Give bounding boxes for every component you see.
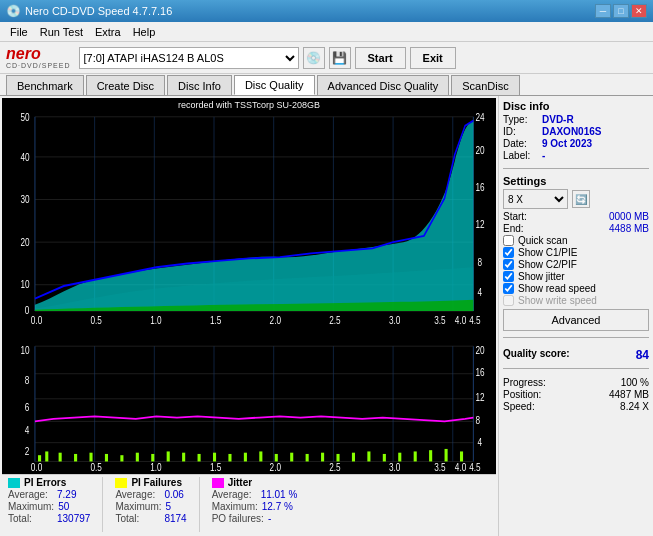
show-c1-pie-checkbox[interactable] bbox=[503, 247, 514, 258]
jitter-header: Jitter bbox=[212, 477, 298, 488]
svg-text:30: 30 bbox=[21, 195, 30, 206]
save-button[interactable]: 💾 bbox=[329, 47, 351, 69]
pi-errors-max-value: 50 bbox=[58, 501, 69, 512]
drive-select[interactable]: [7:0] ATAPI iHAS124 B AL0S bbox=[79, 47, 299, 69]
po-failures-label: PO failures: bbox=[212, 513, 264, 524]
pi-failures-max-label: Maximum: bbox=[115, 501, 161, 512]
pi-failures-avg-label: Average: bbox=[115, 489, 160, 500]
pi-errors-total-row: Total: 130797 bbox=[8, 513, 90, 524]
main-content: recorded with TSSTcorp SU-208GB 50 40 30… bbox=[0, 96, 653, 536]
pi-failures-avg-row: Average: 0.06 bbox=[115, 489, 186, 500]
tab-scandisc[interactable]: ScanDisc bbox=[451, 75, 519, 95]
svg-text:4: 4 bbox=[25, 425, 30, 436]
svg-rect-81 bbox=[321, 453, 324, 462]
start-button[interactable]: Start bbox=[355, 47, 406, 69]
tab-advanced-disc-quality[interactable]: Advanced Disc Quality bbox=[317, 75, 450, 95]
po-failures-row: PO failures: - bbox=[212, 513, 298, 524]
show-write-speed-row[interactable]: Show write speed bbox=[503, 295, 649, 306]
advanced-button[interactable]: Advanced bbox=[503, 309, 649, 331]
pi-failures-label: PI Failures bbox=[131, 477, 182, 488]
refresh-speed-button[interactable]: 🔄 bbox=[572, 190, 590, 208]
show-read-speed-label: Show read speed bbox=[518, 283, 596, 294]
quick-scan-checkbox[interactable] bbox=[503, 235, 514, 246]
svg-text:4.0: 4.0 bbox=[455, 463, 466, 474]
menu-file[interactable]: File bbox=[4, 24, 34, 40]
svg-rect-68 bbox=[120, 455, 123, 461]
speed-setting-row: 8 X 🔄 bbox=[503, 189, 649, 209]
menu-help[interactable]: Help bbox=[127, 24, 162, 40]
svg-text:8: 8 bbox=[25, 375, 30, 386]
jitter-max-label: Maximum: bbox=[212, 501, 258, 512]
show-jitter-row[interactable]: Show jitter bbox=[503, 271, 649, 282]
svg-text:4.5: 4.5 bbox=[469, 463, 480, 474]
pi-failures-max-value: 5 bbox=[166, 501, 172, 512]
speed-select[interactable]: 8 X bbox=[503, 189, 568, 209]
svg-rect-83 bbox=[352, 453, 355, 462]
minimize-button[interactable]: ─ bbox=[595, 4, 611, 18]
pi-errors-total-label: Total: bbox=[8, 513, 53, 524]
separator1 bbox=[503, 168, 649, 169]
pi-failures-total-value: 8174 bbox=[164, 513, 186, 524]
quality-score-value: 84 bbox=[636, 348, 649, 362]
svg-text:1.0: 1.0 bbox=[150, 315, 161, 326]
chart-container: recorded with TSSTcorp SU-208GB 50 40 30… bbox=[2, 98, 496, 474]
svg-text:2.0: 2.0 bbox=[270, 315, 281, 326]
disc-info-title: Disc info bbox=[503, 100, 649, 112]
show-read-speed-row[interactable]: Show read speed bbox=[503, 283, 649, 294]
maximize-button[interactable]: □ bbox=[613, 4, 629, 18]
svg-text:20: 20 bbox=[475, 345, 484, 356]
svg-text:2.5: 2.5 bbox=[329, 463, 340, 474]
disc-info-section: Disc info Type: DVD-R ID: DAXON016S Date… bbox=[503, 100, 649, 162]
separator3 bbox=[503, 368, 649, 369]
disc-type-value: DVD-R bbox=[542, 114, 574, 125]
pi-errors-avg-row: Average: 7.29 bbox=[8, 489, 90, 500]
svg-rect-69 bbox=[136, 453, 139, 462]
svg-text:0.5: 0.5 bbox=[91, 463, 102, 474]
show-write-speed-checkbox[interactable] bbox=[503, 295, 514, 306]
svg-text:3.5: 3.5 bbox=[434, 315, 445, 326]
quick-scan-row[interactable]: Quick scan bbox=[503, 235, 649, 246]
show-c2-pif-checkbox[interactable] bbox=[503, 259, 514, 270]
svg-text:6: 6 bbox=[25, 403, 30, 414]
svg-text:3.5: 3.5 bbox=[434, 463, 445, 474]
exit-button[interactable]: Exit bbox=[410, 47, 456, 69]
app-title: Nero CD-DVD Speed 4.7.7.16 bbox=[25, 5, 172, 17]
svg-text:10: 10 bbox=[21, 280, 30, 291]
recorded-label: recorded with TSSTcorp SU-208GB bbox=[178, 100, 320, 110]
divider2 bbox=[199, 477, 200, 532]
svg-rect-66 bbox=[89, 453, 92, 462]
jitter-stats: Jitter Average: 11.01 % Maximum: 12.7 % … bbox=[212, 477, 298, 532]
stats-bar: PI Errors Average: 7.29 Maximum: 50 Tota… bbox=[2, 474, 496, 534]
svg-text:0.5: 0.5 bbox=[91, 315, 102, 326]
app-icon: 💿 bbox=[6, 4, 21, 18]
progress-section: Progress: 100 % Position: 4487 MB Speed:… bbox=[503, 377, 649, 413]
svg-text:0.0: 0.0 bbox=[31, 463, 42, 474]
show-c1-pie-row[interactable]: Show C1/PIE bbox=[503, 247, 649, 258]
pi-failures-stats: PI Failures Average: 0.06 Maximum: 5 Tot… bbox=[115, 477, 186, 532]
drive-icon-button[interactable]: 💿 bbox=[303, 47, 325, 69]
show-read-speed-checkbox[interactable] bbox=[503, 283, 514, 294]
svg-text:4.0: 4.0 bbox=[455, 315, 466, 326]
po-failures-value: - bbox=[268, 513, 271, 524]
tab-create-disc[interactable]: Create Disc bbox=[86, 75, 165, 95]
start-mb-row: Start: 0000 MB bbox=[503, 211, 649, 222]
tab-benchmark[interactable]: Benchmark bbox=[6, 75, 84, 95]
disc-date-label: Date: bbox=[503, 138, 538, 149]
svg-text:2: 2 bbox=[25, 446, 30, 457]
disc-label-label: Label: bbox=[503, 150, 538, 161]
tab-disc-quality[interactable]: Disc Quality bbox=[234, 75, 315, 95]
show-c2-pif-row[interactable]: Show C2/PIF bbox=[503, 259, 649, 270]
show-jitter-checkbox[interactable] bbox=[503, 271, 514, 282]
svg-text:1.0: 1.0 bbox=[150, 463, 161, 474]
svg-rect-78 bbox=[275, 454, 278, 462]
svg-rect-75 bbox=[228, 454, 231, 462]
right-panel: Disc info Type: DVD-R ID: DAXON016S Date… bbox=[498, 96, 653, 536]
jitter-avg-label: Average: bbox=[212, 489, 257, 500]
close-button[interactable]: ✕ bbox=[631, 4, 647, 18]
menu-run-test[interactable]: Run Test bbox=[34, 24, 89, 40]
svg-text:3.0: 3.0 bbox=[389, 463, 400, 474]
menu-extra[interactable]: Extra bbox=[89, 24, 127, 40]
svg-rect-76 bbox=[244, 453, 247, 462]
jitter-max-value: 12.7 % bbox=[262, 501, 293, 512]
tab-disc-info[interactable]: Disc Info bbox=[167, 75, 232, 95]
